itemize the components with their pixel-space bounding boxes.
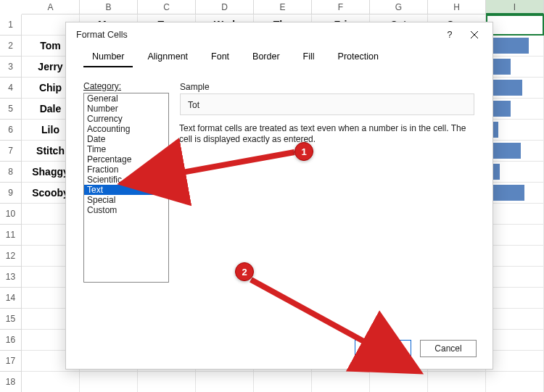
cell[interactable]: [486, 162, 544, 183]
help-button[interactable]: ?: [437, 24, 462, 46]
cell[interactable]: [486, 288, 544, 309]
cell[interactable]: [486, 120, 544, 141]
row-header[interactable]: 14: [0, 288, 22, 309]
row-header[interactable]: 4: [0, 78, 22, 99]
row-header[interactable]: 3: [0, 57, 22, 78]
sample-value: Tot: [180, 93, 474, 115]
cell[interactable]: [486, 78, 544, 99]
cell[interactable]: [370, 372, 428, 392]
column-header[interactable]: E: [254, 0, 312, 14]
row-header[interactable]: 8: [0, 162, 22, 183]
cell[interactable]: [80, 372, 138, 392]
category-item-date[interactable]: Date: [84, 134, 168, 144]
category-item-percentage[interactable]: Percentage: [84, 154, 168, 164]
cell[interactable]: [486, 267, 544, 288]
row-header[interactable]: 12: [0, 246, 22, 267]
cell[interactable]: [486, 141, 544, 162]
category-item-currency[interactable]: Currency: [84, 114, 168, 124]
cell[interactable]: [486, 36, 544, 57]
close-icon: [470, 30, 479, 39]
category-item-fraction[interactable]: Fraction: [84, 164, 168, 175]
dialog-title: Format Cells: [76, 30, 437, 40]
cell[interactable]: [22, 372, 80, 392]
category-label: Category:: [83, 81, 169, 91]
category-item-text[interactable]: Text: [84, 185, 168, 195]
tab-fill[interactable]: Fill: [294, 47, 323, 67]
category-item-accounting[interactable]: Accounting: [84, 124, 168, 134]
row-header[interactable]: 2: [0, 36, 22, 57]
cell[interactable]: [486, 351, 544, 372]
row-header[interactable]: 10: [0, 204, 22, 225]
row-header[interactable]: 11: [0, 225, 22, 246]
row-headers: 123456789101112131415161718: [0, 14, 22, 392]
row-header[interactable]: 7: [0, 141, 22, 162]
cell[interactable]: [486, 183, 544, 204]
column-header[interactable]: I: [486, 0, 544, 14]
tab-border[interactable]: Border: [244, 47, 289, 67]
column-header[interactable]: H: [428, 0, 486, 14]
column-header[interactable]: D: [196, 0, 254, 14]
column-header[interactable]: G: [370, 0, 428, 14]
row-header[interactable]: 1: [0, 14, 22, 36]
category-item-number[interactable]: Number: [84, 104, 168, 114]
cell[interactable]: [486, 14, 544, 36]
row-header[interactable]: 9: [0, 183, 22, 204]
close-button[interactable]: [462, 24, 487, 46]
row-header[interactable]: 18: [0, 372, 22, 392]
row-header[interactable]: 15: [0, 309, 22, 330]
cell[interactable]: [486, 330, 544, 351]
category-listbox[interactable]: GeneralNumberCurrencyAccountingDateTimeP…: [83, 93, 169, 283]
cell[interactable]: [486, 246, 544, 267]
ok-button[interactable]: OK: [355, 340, 411, 357]
cell[interactable]: [486, 372, 544, 392]
dialog-buttons: OK Cancel: [66, 333, 493, 369]
cell[interactable]: [254, 372, 312, 392]
column-header[interactable]: F: [312, 0, 370, 14]
dialog-tabs: NumberAlignmentFontBorderFillProtection: [66, 47, 493, 68]
format-cells-dialog: Format Cells ? NumberAlignmentFontBorder…: [65, 22, 493, 370]
cell[interactable]: [196, 372, 254, 392]
column-header[interactable]: B: [80, 0, 138, 14]
cell[interactable]: [486, 309, 544, 330]
dialog-titlebar: Format Cells ?: [66, 22, 493, 47]
category-item-custom[interactable]: Custom: [84, 205, 168, 215]
category-item-time[interactable]: Time: [84, 144, 168, 154]
cell[interactable]: [486, 99, 544, 120]
cell[interactable]: [312, 372, 370, 392]
cell[interactable]: [138, 372, 196, 392]
cell[interactable]: [486, 204, 544, 225]
tab-protection[interactable]: Protection: [329, 47, 387, 67]
row-header[interactable]: 13: [0, 267, 22, 288]
column-headers: ABCDEFGHI: [22, 0, 544, 14]
format-description: Text format cells are treated as text ev…: [179, 123, 475, 145]
tab-font[interactable]: Font: [202, 47, 238, 67]
tab-number[interactable]: Number: [83, 47, 133, 67]
question-icon: ?: [448, 30, 453, 40]
category-item-special[interactable]: Special: [84, 195, 168, 205]
tab-alignment[interactable]: Alignment: [139, 47, 197, 67]
dialog-body: Category: GeneralNumberCurrencyAccountin…: [66, 68, 493, 333]
row-header[interactable]: 6: [0, 120, 22, 141]
category-item-scientific[interactable]: Scientific: [84, 175, 168, 185]
row-header[interactable]: 5: [0, 99, 22, 120]
column-header[interactable]: C: [138, 0, 196, 14]
category-item-general[interactable]: General: [84, 93, 168, 104]
sample-label: Sample: [180, 82, 474, 92]
cell[interactable]: [428, 372, 486, 392]
column-header[interactable]: A: [22, 0, 80, 14]
cancel-button[interactable]: Cancel: [420, 340, 477, 357]
row-header[interactable]: 17: [0, 351, 22, 372]
row-header[interactable]: 16: [0, 330, 22, 351]
cell[interactable]: [486, 57, 544, 78]
cell[interactable]: [486, 225, 544, 246]
